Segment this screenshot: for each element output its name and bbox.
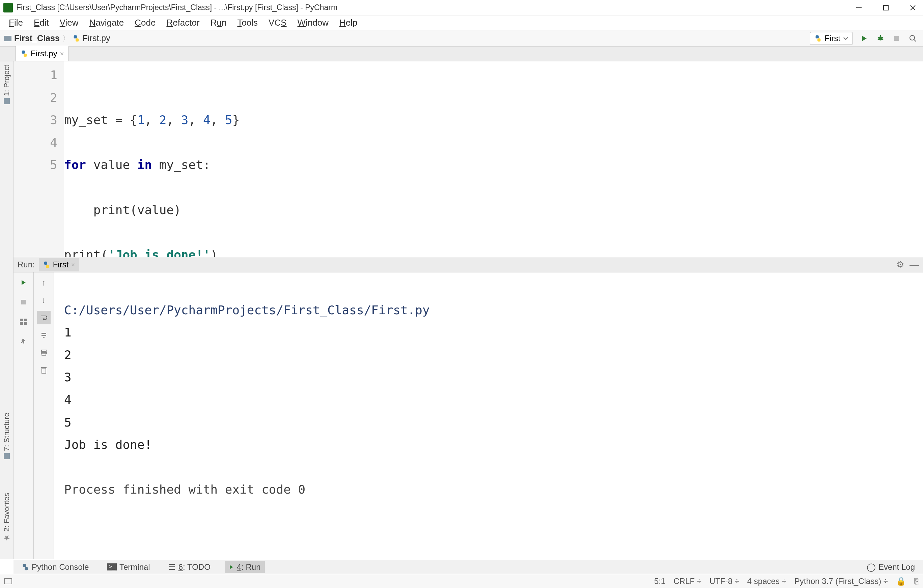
console-line: 1 xyxy=(64,325,72,339)
line-number[interactable]: 5 xyxy=(13,154,57,176)
editor-tab[interactable]: First.py × xyxy=(15,46,69,61)
run-tab[interactable]: First × xyxy=(39,258,79,272)
minimize-button[interactable] xyxy=(852,1,866,15)
svg-rect-32 xyxy=(41,367,46,368)
menu-tools[interactable]: Tools xyxy=(232,16,263,29)
gutter[interactable]: 1 2 3 4 5 xyxy=(13,61,64,257)
svg-rect-17 xyxy=(22,51,25,54)
console-line: 2 xyxy=(64,348,72,362)
line-separator[interactable]: CRLF ÷ xyxy=(673,577,701,586)
todo-button[interactable]: ☰ 6: TODO xyxy=(164,561,215,573)
line-number[interactable]: 3 xyxy=(13,109,57,131)
run-tool-button[interactable]: 4: Run xyxy=(225,561,265,573)
svg-rect-22 xyxy=(20,319,23,321)
play-icon xyxy=(229,564,234,570)
project-tool-button[interactable]: 1: Project xyxy=(2,65,11,104)
menu-file[interactable]: File xyxy=(3,16,28,29)
folder-icon xyxy=(4,36,11,41)
svg-point-8 xyxy=(879,36,882,41)
close-button[interactable] xyxy=(906,1,920,15)
terminal-button[interactable]: >_ Terminal xyxy=(103,561,154,573)
search-everywhere-button[interactable] xyxy=(907,32,919,44)
run-config-name: First xyxy=(824,34,840,43)
svg-rect-14 xyxy=(894,36,899,41)
svg-rect-7 xyxy=(818,38,821,41)
console-line: 3 xyxy=(64,370,72,384)
menu-help[interactable]: Help xyxy=(334,16,363,29)
breadcrumb-project[interactable]: First_Class xyxy=(14,33,60,43)
run-actions-col2: ↑ ↓ xyxy=(34,272,54,559)
menubar: File Edit View Navigate Code Refactor Ru… xyxy=(0,15,923,30)
run-label: Run: xyxy=(18,260,35,269)
svg-rect-30 xyxy=(42,353,46,355)
line-number[interactable]: 2 xyxy=(13,87,57,109)
breadcrumb[interactable]: First_Class 〉 First.py xyxy=(4,33,810,44)
tool-window-quick-access-icon[interactable] xyxy=(4,578,12,584)
console-line: 4 xyxy=(64,393,72,406)
file-encoding[interactable]: UTF-8 ÷ xyxy=(709,577,739,586)
editor[interactable]: 1 2 3 4 5 my_set = {1, 2, 3, 4, 5} for v… xyxy=(13,61,923,257)
menu-vcs[interactable]: VCS xyxy=(263,16,292,29)
python-file-icon xyxy=(72,35,80,42)
close-tab-icon[interactable]: × xyxy=(60,50,64,58)
menu-view[interactable]: View xyxy=(54,16,84,29)
maximize-button[interactable] xyxy=(879,1,893,15)
line-number[interactable]: 4 xyxy=(13,131,57,154)
menu-navigate[interactable]: Navigate xyxy=(84,16,130,29)
svg-rect-26 xyxy=(41,333,46,334)
layout-button[interactable] xyxy=(17,315,30,328)
event-log-button[interactable]: ◯ Event Log xyxy=(862,561,919,573)
structure-icon xyxy=(4,453,10,459)
code-area[interactable]: my_set = {1, 2, 3, 4, 5} for value in my… xyxy=(64,61,923,257)
svg-rect-23 xyxy=(24,319,27,321)
navbar: First_Class 〉 First.py First xyxy=(0,30,923,46)
hide-icon[interactable]: — xyxy=(910,259,919,270)
menu-run[interactable]: Run xyxy=(205,16,232,29)
close-run-tab-icon[interactable]: × xyxy=(71,261,75,269)
soft-wrap-button[interactable] xyxy=(37,311,51,324)
pin-button[interactable] xyxy=(17,334,30,348)
menu-code[interactable]: Code xyxy=(129,16,161,29)
line-number[interactable]: 1 xyxy=(13,64,57,87)
menu-window[interactable]: Window xyxy=(292,16,334,29)
structure-tool-button[interactable]: 7: Structure xyxy=(2,413,11,459)
python-console-button[interactable]: Python Console xyxy=(18,561,93,573)
indent-config[interactable]: 4 spaces ÷ xyxy=(747,577,787,586)
breadcrumb-file[interactable]: First.py xyxy=(83,33,110,43)
debug-button[interactable] xyxy=(874,32,887,44)
rerun-button[interactable] xyxy=(17,276,30,289)
run-toolbar xyxy=(858,32,919,44)
svg-rect-21 xyxy=(21,300,26,305)
interpreter[interactable]: Python 3.7 (First_Class) ÷ xyxy=(795,577,888,586)
console-line: 5 xyxy=(64,415,72,429)
console-output[interactable]: C:/Users/User/PycharmProjects/First_Clas… xyxy=(54,272,923,559)
svg-rect-28 xyxy=(41,350,46,352)
console-exit: Process finished with exit code 0 xyxy=(64,483,305,496)
menu-refactor[interactable]: Refactor xyxy=(161,16,205,29)
gear-icon[interactable]: ⚙ xyxy=(896,259,904,270)
terminal-icon: >_ xyxy=(107,563,117,570)
print-button[interactable] xyxy=(37,346,51,359)
run-config-selector[interactable]: First xyxy=(810,32,853,45)
stop-run-button[interactable] xyxy=(17,295,30,309)
stop-button[interactable] xyxy=(891,32,903,44)
svg-point-15 xyxy=(910,35,915,40)
goto-icon[interactable]: ⎘ xyxy=(914,577,919,586)
todo-icon: ☰ xyxy=(168,562,176,572)
up-button[interactable]: ↑ xyxy=(37,276,51,289)
svg-rect-4 xyxy=(74,35,77,38)
scroll-to-end-button[interactable] xyxy=(37,328,51,342)
console-line: Job is done! xyxy=(64,437,152,452)
favorites-tool-button[interactable]: ★2: Favorites xyxy=(2,493,11,542)
svg-rect-20 xyxy=(46,265,49,268)
console-path: C:/Users/User/PycharmProjects/First_Clas… xyxy=(64,303,430,317)
caret-position[interactable]: 5:1 xyxy=(654,577,665,586)
trash-button[interactable] xyxy=(37,364,51,377)
run-panel: ↑ ↓ C:/Users/User/PycharmProjects/First_… xyxy=(13,272,923,559)
menu-edit[interactable]: Edit xyxy=(28,16,54,29)
run-button[interactable] xyxy=(858,32,870,44)
down-button[interactable]: ↓ xyxy=(37,293,51,307)
lock-icon[interactable]: 🔒 xyxy=(896,577,906,586)
project-icon xyxy=(4,98,10,104)
svg-rect-18 xyxy=(24,54,27,57)
